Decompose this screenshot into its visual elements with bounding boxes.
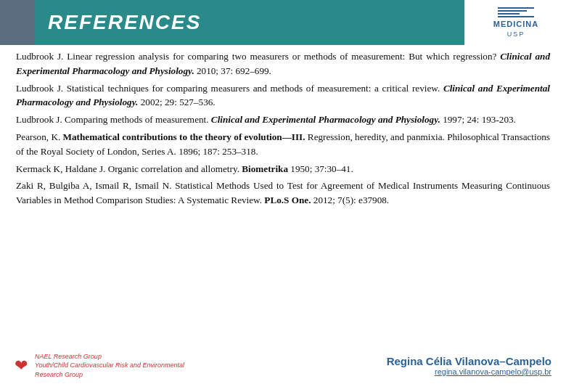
reference-1: Ludbrook J. Linear regression analysis f… — [16, 49, 550, 78]
author-name: Regina Célia Vilanova–Campelo — [387, 355, 551, 367]
ref5-journal: Biometrika — [242, 163, 288, 174]
header-title-area: REFERENCES — [35, 0, 464, 45]
header-logo-area: MEDICINA USP — [464, 0, 566, 45]
reference-6: Zaki R, Bulgiba A, Ismail R, Ismail N. S… — [16, 179, 550, 208]
ref4-title: Mathematical contributions to the theory… — [63, 131, 305, 142]
footer-left: ❤ NAEL Research Group Youth/Child Cardio… — [15, 352, 184, 380]
ref3-journal: Clinical and Experimental Pharmacology a… — [211, 114, 440, 125]
ref3-year: 1997; 24: 193-203. — [440, 114, 516, 125]
ref4-text1: Pearson, K. — [16, 131, 63, 142]
group-line2: Youth/Child Cardiovascular Risk and Envi… — [35, 362, 184, 369]
ref2-text1: Ludbrook J. Statistical techniques for c… — [16, 83, 443, 94]
ref3-text1: Ludbrook J. Comparing methods of measure… — [16, 114, 211, 125]
ref2-year: 2002; 29: 527–536. — [138, 97, 215, 107]
footer-group-text: NAEL Research Group Youth/Child Cardiova… — [35, 352, 184, 380]
ref5-year: 1950; 37:30–41. — [288, 163, 353, 174]
logo-icon — [498, 7, 534, 17]
reference-4: Pearson, K. Mathematical contributions t… — [16, 130, 550, 159]
heart-icon: ❤ — [15, 358, 28, 374]
ref1-year: 2010; 37: 692–699. — [194, 65, 271, 76]
references-content: Ludbrook J. Linear regression analysis f… — [16, 49, 550, 341]
page-title: REFERENCES — [48, 11, 201, 34]
logo-usp: USP — [507, 30, 525, 38]
footer: ❤ NAEL Research Group Youth/Child Cardio… — [0, 345, 566, 392]
ref5-text1: Kermack K, Haldane J. Organic correlatio… — [16, 163, 242, 174]
header-left-stripe — [0, 0, 35, 45]
ref6-year: 2012; 7(5): e37908. — [311, 195, 389, 205]
ref1-text1: Ludbrook J. Linear regression analysis f… — [16, 51, 500, 62]
reference-3: Ludbrook J. Comparing methods of measure… — [16, 113, 550, 127]
group-line3: Research Group — [35, 371, 83, 378]
header: REFERENCES MEDICINA USP — [0, 0, 566, 45]
reference-2: Ludbrook J. Statistical techniques for c… — [16, 81, 550, 110]
logo-medicina: MEDICINA — [493, 20, 538, 28]
footer-right: Regina Célia Vilanova–Campelo regina.vil… — [387, 355, 551, 376]
author-email: regina.vilanova-campelo@usp.br — [387, 367, 551, 376]
reference-5: Kermack K, Haldane J. Organic correlatio… — [16, 162, 550, 176]
group-line1: NAEL Research Group — [35, 353, 102, 360]
ref6-journal: PLo.S One. — [264, 195, 311, 205]
